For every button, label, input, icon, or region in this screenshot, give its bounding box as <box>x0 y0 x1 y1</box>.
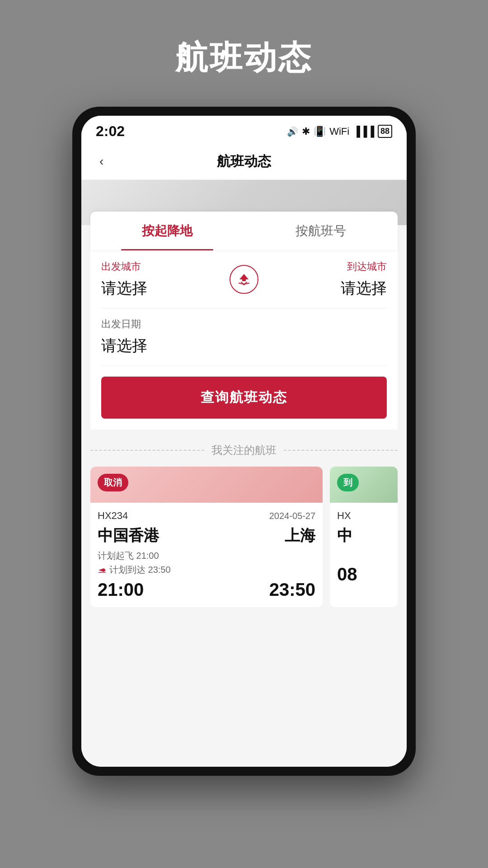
departure-city-field[interactable]: 出发城市 请选择 <box>101 260 226 299</box>
content-area: 按起降地 按航班号 出发城市 请选择 <box>81 180 407 767</box>
departure-city-value: 请选择 <box>101 278 226 299</box>
flight-number-1: HX234 <box>98 510 128 522</box>
flight-departure-city-1: 中国香港 <box>98 525 159 546</box>
arrival-city-value: 请选择 <box>262 278 387 299</box>
plane-icon-1 <box>98 567 107 573</box>
nfc-icon: 🔊 <box>287 126 298 137</box>
airplane-swap-icon <box>236 271 252 288</box>
flight-departure-city-2: 中 <box>337 525 390 546</box>
back-button[interactable]: ‹ <box>96 151 107 172</box>
flight-card-1[interactable]: 取消 HX234 2024-05-27 中国香港 <box>90 467 323 607</box>
departure-city-label: 出发城市 <box>101 260 226 274</box>
tab-by-flight[interactable]: 按航班号 <box>244 212 398 250</box>
page-container: 航班动态 2:02 🔊 ✱ 📳 WiFi ▐▐▐ 88 <box>0 0 488 868</box>
city-row: 出发城市 请选择 <box>101 251 387 308</box>
status-time: 2:02 <box>96 123 125 140</box>
flight-status-badge-2: 到 <box>337 474 359 491</box>
flight-number-2: HX <box>337 510 390 522</box>
flight-route-row-1: 中国香港 上海 <box>98 525 315 546</box>
date-value: 请选择 <box>101 335 387 356</box>
flight-cards-row: 取消 HX234 2024-05-27 中国香港 <box>90 467 398 607</box>
wifi-icon: WiFi <box>329 126 349 137</box>
bluetooth-icon: ✱ <box>302 126 310 137</box>
flight-number-row-1: HX234 2024-05-27 <box>98 510 315 522</box>
flight-card-1-header: 取消 <box>90 467 323 503</box>
flight-status-badge-1: 取消 <box>98 474 128 491</box>
status-icons: 🔊 ✱ 📳 WiFi ▐▐▐ 88 <box>287 125 392 138</box>
flight-actual-departure-1: 21:00 <box>98 580 144 600</box>
flight-card-1-body: HX234 2024-05-27 中国香港 上海 <box>90 503 323 607</box>
date-row[interactable]: 出发日期 请选择 <box>101 308 387 366</box>
flight-card-2-body: HX 中 08 <box>330 503 398 592</box>
flight-planned-arrival-1: 计划到达 23:50 <box>98 564 315 576</box>
vibrate-icon: 📳 <box>314 126 326 137</box>
tab-by-route[interactable]: 按起降地 <box>90 212 244 250</box>
search-btn-area: 查询航班动态 <box>90 366 398 429</box>
flight-planned-departure-1: 计划起飞 21:00 <box>98 550 315 562</box>
flight-date-1: 2024-05-27 <box>269 511 315 521</box>
page-title: 航班动态 <box>175 36 313 80</box>
swap-circle <box>230 265 258 294</box>
page-title-area: 航班动态 <box>0 0 488 107</box>
battery-icon: 88 <box>378 125 392 138</box>
status-bar: 2:02 🔊 ✱ 📳 WiFi ▐▐▐ 88 <box>81 116 407 143</box>
nav-title: 航班动态 <box>217 152 271 171</box>
arrival-city-label: 到达城市 <box>262 260 387 274</box>
section-header: 我关注的航班 <box>90 443 398 458</box>
search-button[interactable]: 查询航班动态 <box>101 377 387 419</box>
section-divider-right <box>284 450 398 451</box>
flight-card-2[interactable]: 到 HX 中 08 <box>330 467 398 607</box>
phone-frame: 2:02 🔊 ✱ 📳 WiFi ▐▐▐ 88 ‹ 航班动态 <box>72 107 416 776</box>
signal-icon: ▐▐▐ <box>353 126 374 137</box>
swap-button[interactable] <box>226 261 262 297</box>
section-title: 我关注的航班 <box>211 443 277 458</box>
flight-card-2-header: 到 <box>330 467 398 503</box>
flight-actual-arrival-1: 23:50 <box>269 580 315 600</box>
followed-section: 我关注的航班 取消 HX234 <box>81 429 407 607</box>
form-area: 出发城市 请选择 <box>90 251 398 366</box>
flight-arrival-city-1: 上海 <box>285 525 315 546</box>
arrival-city-field[interactable]: 到达城市 请选择 <box>262 260 387 299</box>
phone-screen: 2:02 🔊 ✱ 📳 WiFi ▐▐▐ 88 ‹ 航班动态 <box>81 116 407 767</box>
date-label: 出发日期 <box>101 317 387 331</box>
flight-actual-departure-2: 08 <box>337 564 357 584</box>
nav-bar: ‹ 航班动态 <box>81 143 407 180</box>
tabs-row: 按起降地 按航班号 <box>90 212 398 251</box>
tab-card: 按起降地 按航班号 <box>90 212 398 251</box>
section-divider-left <box>90 450 204 451</box>
